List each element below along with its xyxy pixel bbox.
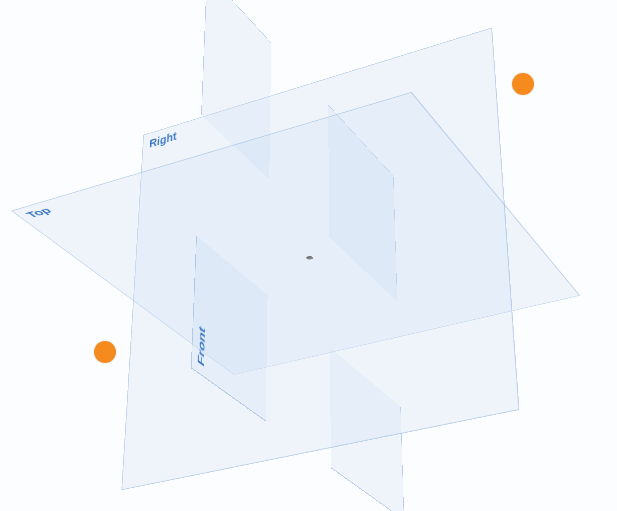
3d-viewport[interactable]: Top Right Front xyxy=(0,0,617,511)
resize-handle[interactable] xyxy=(94,341,116,363)
plane-front-label: Front xyxy=(195,323,206,368)
plane-right-label: Right xyxy=(149,129,177,149)
resize-handle[interactable] xyxy=(512,73,534,95)
plane-top-label: Top xyxy=(23,205,54,219)
